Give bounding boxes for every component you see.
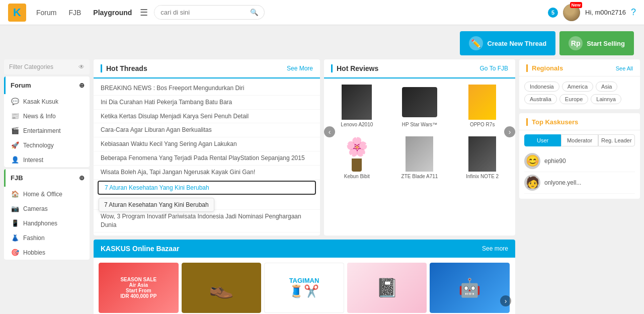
fjb-section: FJB ⊕ 🏠 Home & Office 📷 Cameras 📱 Handph… — [4, 169, 90, 260]
hamburger-icon[interactable]: ☰ — [140, 7, 148, 18]
review-lenovo[interactable]: Lenovo A2010 — [326, 81, 388, 131]
search-button[interactable]: 🔍 — [245, 6, 264, 19]
regionals-see-all[interactable]: See All — [616, 65, 633, 71]
thread-item-1[interactable]: Ini Dia Curahan Hati Pekerja Tambang Bat… — [94, 96, 320, 110]
sidebar-item-cameras[interactable]: 📷 Cameras — [4, 201, 90, 216]
thread-list: BREAKING NEWS : Bos Freeport Mengundurka… — [94, 78, 320, 236]
hot-threads-title: Hot Threads — [101, 64, 147, 72]
sidebar-item-handphones[interactable]: 📱 Handphones — [4, 216, 90, 230]
nav-forum[interactable]: Forum — [36, 7, 56, 19]
content-area: Hot Threads See More BREAKING NEWS : Bos… — [94, 59, 515, 314]
kasak-kusuk-label: Kasak Kusuk — [23, 98, 58, 105]
user-row-1[interactable]: 🧑 onlyone.yell... — [524, 172, 635, 194]
nav-playground[interactable]: Playground — [93, 7, 132, 19]
sidebar-item-hobbies[interactable]: 🎯 Hobbies — [4, 245, 90, 260]
mg-shape: 🤖 — [430, 263, 510, 313]
sidebar-item-fashion[interactable]: 👗 Fashion — [4, 230, 90, 245]
help-icon[interactable]: ? — [631, 7, 636, 18]
hot-threads-see-more[interactable]: See More — [287, 65, 313, 72]
zte-label: ZTE Blade A711 — [401, 174, 438, 179]
filter-categories[interactable]: Filter Categories 👁 — [4, 59, 90, 74]
user-avatar-0: 😊 — [524, 153, 540, 169]
regional-buttons: Indonesia America Asia Australia Europe … — [519, 76, 640, 109]
regionals-header: Regionals See All — [519, 59, 640, 76]
sidebar-item-kasak-kusuk[interactable]: 💬 Kasak Kusuk — [4, 94, 90, 109]
user-emoji-0: 😊 — [526, 154, 539, 168]
forum-section-header[interactable]: Forum ⊕ — [4, 76, 90, 94]
review-kebun[interactable]: 🌸 Kebun Bibit — [326, 132, 388, 183]
thread-item-9[interactable]: Wow, 3 Program Inovatif Pariwisata Indon… — [94, 210, 320, 232]
regional-america[interactable]: America — [562, 82, 593, 92]
carousel-prev-button[interactable]: ‹ — [324, 126, 335, 137]
hobbies-icon: 🎯 — [11, 249, 19, 256]
regional-australia[interactable]: Australia — [524, 94, 557, 104]
notification-badge[interactable]: 5 — [548, 8, 558, 18]
top-kaskusers-title: Top Kaskusers — [526, 118, 578, 126]
travel-shape: SEASON SALEAir AsiaStart FromIDR 400,000… — [99, 263, 179, 313]
search-input[interactable] — [154, 6, 245, 19]
user-emoji-1: 🧑 — [526, 176, 539, 189]
user-row-0[interactable]: 😊 ephie90 — [524, 150, 635, 172]
review-zte[interactable]: ZTE Blade A711 — [389, 132, 451, 183]
thread-item-2[interactable]: Ketika Kertas Disulap Menjadi Karya Seni… — [94, 110, 320, 124]
header-right: 5 New Hi, m00n2716 ? — [548, 4, 636, 21]
top-kaskusers-widget: Top Kaskusers User Moderator Reg. Leader… — [519, 113, 640, 199]
infinix-image — [462, 136, 503, 172]
review-infinix[interactable]: Infinix NOTE 2 — [451, 132, 513, 183]
go-fjb-link[interactable]: Go To FJB — [480, 65, 508, 72]
product-notebook[interactable]: 📓 Unique Notebook Set Rp. 36.608 Rp. 41.… — [347, 263, 427, 314]
sidebar-item-news[interactable]: 📰 News & Info — [4, 109, 90, 123]
regional-europe[interactable]: Europe — [559, 94, 588, 104]
hot-reviews-title: Hot Reviews — [331, 64, 378, 72]
carousel-next-button[interactable]: › — [504, 126, 515, 137]
kaskusers-tabs: User Moderator Reg. Leader — [519, 130, 640, 150]
bazaar-next-button[interactable]: › — [500, 295, 511, 306]
infinix-phone-shape — [468, 136, 496, 172]
user-avatar-1: 🧑 — [524, 175, 540, 191]
forum-chevron: ⊕ — [79, 82, 85, 89]
thread-item-3[interactable]: Cara-Cara Agar Liburan Agan Berkualitas — [94, 123, 320, 137]
lenovo-image — [337, 85, 377, 120]
product-tagiman[interactable]: TAGIMAN 🧵✂️ Tagiman Rp. 52.000 Rp. 65.00… — [264, 263, 344, 314]
review-oppo[interactable]: OPPO R7s — [451, 81, 513, 131]
thread-item-6[interactable]: Wisata Boleh Aja, Tapi Jangan Ngerusak K… — [94, 166, 320, 180]
thread-item-7[interactable]: 7 Aturan Kesehatan Yang Kini Berubah 7 A… — [98, 181, 316, 195]
sidebar-item-entertainment[interactable]: 🎬 Entertainment — [4, 123, 90, 138]
start-selling-button[interactable]: Rp Start Selling — [559, 31, 634, 55]
zte-phone-shape — [406, 136, 433, 172]
product-travel[interactable]: SEASON SALEAir AsiaStart FromIDR 400,000… — [99, 263, 179, 314]
regionals-widget: Regionals See All Indonesia America Asia… — [519, 59, 640, 109]
hot-threads: Hot Threads See More BREAKING NEWS : Bos… — [94, 59, 320, 236]
nav-fjb[interactable]: FJB — [68, 7, 81, 19]
create-thread-label: Create New Thread — [487, 40, 546, 47]
oppo-image — [462, 85, 503, 120]
regional-asia[interactable]: Asia — [596, 82, 617, 92]
regional-indonesia[interactable]: Indonesia — [524, 82, 559, 92]
sidebar-item-home-office[interactable]: 🏠 Home & Office — [4, 187, 90, 201]
main-layout: Filter Categories 👁 Forum ⊕ 💬 Kasak Kusu… — [0, 59, 644, 314]
thread-item-5[interactable]: Beberapa Fenomena Yang Terjadi Pada Rent… — [94, 151, 320, 166]
sidebar-item-technology[interactable]: 🚀 Technology — [4, 138, 90, 152]
zte-image — [399, 136, 440, 172]
thread-item-4[interactable]: Kebiasaan Waktu Kecil Yang Sering Agan L… — [94, 137, 320, 151]
fjb-section-header[interactable]: FJB ⊕ — [4, 169, 90, 187]
action-bar: ✏️ Create New Thread Rp Start Selling — [0, 25, 644, 59]
entertainment-label: Entertainment — [23, 127, 61, 134]
create-thread-button[interactable]: ✏️ Create New Thread — [460, 31, 555, 55]
regional-lainnya[interactable]: Lainnya — [591, 94, 621, 104]
entertainment-icon: 🎬 — [11, 127, 19, 134]
thread-tooltip: 7 Aturan Kesehatan Yang Kini Berubah — [99, 198, 214, 212]
mg-image: 🤖 — [430, 263, 510, 313]
review-hp[interactable]: HP Star Wars™ — [389, 81, 451, 131]
thread-item-0[interactable]: BREAKING NEWS : Bos Freeport Mengundurka… — [94, 82, 320, 96]
product-shoes[interactable]: 👞 Sepatu Formal Kasual CAYMAN Rp. 303.20… — [182, 263, 262, 314]
tab-reg-leader[interactable]: Reg. Leader — [598, 134, 635, 146]
tab-moderator[interactable]: Moderator — [561, 134, 598, 146]
product-mg[interactable]: 🤖 Paket MG Sword & Launcher Strike Dramo… — [430, 263, 510, 314]
lenovo-label: Lenovo A2010 — [341, 122, 373, 127]
bazaar-see-more[interactable]: See more — [482, 245, 508, 252]
sidebar-item-interest[interactable]: 👤 Interest — [4, 152, 90, 167]
logo[interactable]: K — [8, 4, 26, 22]
interest-label: Interest — [23, 156, 43, 164]
tab-user[interactable]: User — [524, 134, 561, 146]
